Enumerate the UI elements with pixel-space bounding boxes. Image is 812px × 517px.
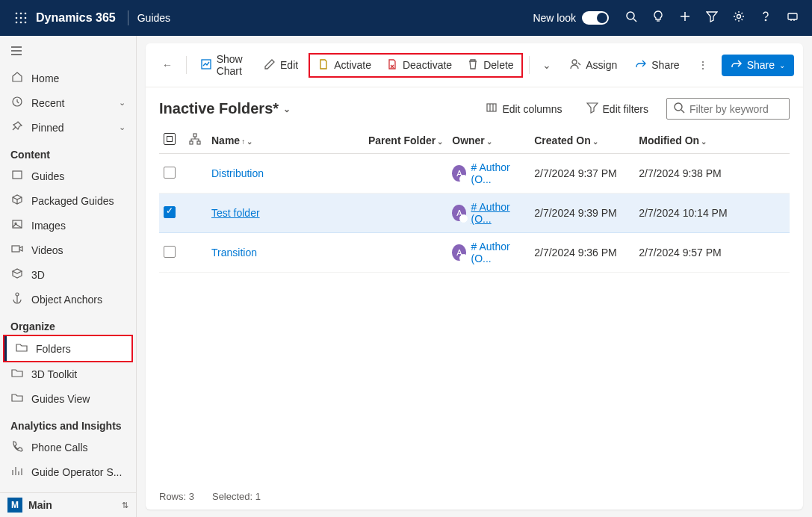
divider [128,10,128,25]
overflow-button[interactable]: ⋮ [690,55,716,75]
nav-home[interactable]: Home [0,66,136,90]
svg-point-4 [20,17,22,19]
record-name-link[interactable]: Test folder [211,207,260,219]
table-row[interactable]: Test folderA# Author (O...2/7/2024 9:39 … [159,194,790,233]
view-selector[interactable]: Inactive Folders* ⌄ [159,100,291,117]
chevron-down-icon: ⌄ [283,104,291,114]
view-header: Inactive Folders* ⌄ Edit columns Edit fi… [146,87,803,127]
table-row[interactable]: TransitionA# Author (O...2/7/2024 9:36 P… [159,233,790,273]
record-name-link[interactable]: Distribution [211,167,264,179]
cube-icon [10,267,24,282]
nav-folders[interactable]: Folders [4,336,131,361]
search-icon[interactable] [618,10,645,25]
filter-icon[interactable] [698,10,725,25]
nav-label: Packaged Guides [31,195,114,207]
assign-button[interactable]: Assign [562,55,625,76]
columns-icon [486,102,498,116]
section-analytics: Analytics and Insights [0,411,136,435]
nav-packaged-guides[interactable]: Packaged Guides [0,188,136,213]
nav-guides[interactable]: Guides [0,164,136,188]
nav-phone-calls[interactable]: Phone Calls [0,435,136,459]
nav-videos[interactable]: Videos [0,238,136,262]
help-icon[interactable] [752,10,779,25]
lightbulb-icon[interactable] [645,10,672,25]
global-top-bar: Dynamics 365 Guides New look [0,0,812,36]
nav-3d-toolkit[interactable]: 3D Toolkit [0,362,136,386]
svg-line-10 [633,19,636,22]
col-name[interactable]: Name↑⌄ [207,127,364,154]
svg-rect-24 [12,246,19,252]
row-checkbox[interactable] [164,246,176,258]
command-bar: ← Show Chart Edit Activate Deactivate De… [146,43,803,87]
col-created[interactable]: Created On⌄ [530,127,634,154]
col-owner[interactable]: Owner⌄ [447,127,530,154]
edit-button[interactable]: Edit [256,55,306,76]
svg-point-6 [16,22,18,24]
show-chart-button[interactable]: Show Chart [193,49,253,81]
nav-recent[interactable]: Recent ⌄ [0,90,136,115]
svg-point-14 [737,15,741,19]
nav-pinned[interactable]: Pinned ⌄ [0,115,136,140]
select-all-checkbox[interactable] [164,133,176,145]
deactivate-button[interactable]: Deactivate [379,55,459,76]
activate-button[interactable]: Activate [310,55,379,76]
person-icon [569,58,581,72]
col-parent[interactable]: Parent Folder⌄ [364,127,447,154]
chevron-down-icon: ⌄ [486,137,492,146]
pencil-icon [264,58,276,72]
delete-button[interactable]: Delete [459,55,521,76]
hierarchy-icon[interactable] [189,135,201,147]
section-content: Content [0,140,136,164]
nav-label: Folders [36,343,71,355]
pin-icon [10,120,24,134]
grid-footer: Rows: 3 Selected: 1 [146,483,803,510]
chart-icon [200,58,212,72]
svg-point-8 [25,22,27,24]
nav-object-anchors[interactable]: Object Anchors [0,287,136,312]
filter-input[interactable] [689,103,783,115]
keyword-filter[interactable] [666,98,790,120]
chevron-down-icon: ⌄ [779,61,785,69]
image-icon [10,218,24,232]
app-launcher-icon[interactable] [6,12,36,24]
nav-guides-view[interactable]: Guides View [0,386,136,411]
chevron-down-icon: ⌄ [119,123,125,132]
record-name-link[interactable]: Transition [211,247,257,258]
col-modified[interactable]: Modified On⌄ [634,127,790,154]
toggle-icon[interactable] [582,11,609,25]
nav-images[interactable]: Images [0,213,136,238]
sort-asc-icon: ↑ [241,137,245,146]
owner-link[interactable]: # Author (O... [471,201,525,225]
gear-icon[interactable] [725,10,752,25]
nav-label: Guide Operator S... [31,466,122,478]
area-picker[interactable]: M Main ⇅ [0,492,136,517]
label: Edit filters [603,103,648,115]
table-row[interactable]: DistributionA# Author (O...2/7/2024 9:37… [159,154,790,194]
svg-rect-35 [197,141,200,144]
nav-guide-operator[interactable]: Guide Operator S... [0,459,136,484]
back-button[interactable]: ← [155,55,180,75]
chevron-down-button[interactable]: ⌄ [535,55,559,75]
chevron-down-icon: ⌄ [701,137,707,146]
hamburger-icon[interactable] [0,42,136,66]
share-button[interactable]: Share [627,55,687,76]
nav-label: Recent [31,97,64,109]
new-look-toggle[interactable]: New look [533,11,609,25]
sidebar: Home Recent ⌄ Pinned ⌄ Content Guides Pa… [0,36,137,517]
sheet-icon [317,58,329,72]
share-primary-button[interactable]: Share⌄ [722,55,794,76]
row-checkbox[interactable] [164,206,176,218]
edit-filters-button[interactable]: Edit filters [580,98,654,120]
nav-3d[interactable]: 3D [0,262,136,287]
edit-columns-button[interactable]: Edit columns [480,98,568,120]
svg-rect-33 [193,134,196,137]
svg-rect-28 [487,104,496,111]
avatar: A [452,165,466,182]
add-icon[interactable] [672,10,698,25]
owner-link[interactable]: # Author (O... [471,241,525,264]
svg-point-9 [627,12,634,19]
row-checkbox[interactable] [164,167,176,179]
assistant-icon[interactable] [779,10,806,25]
chevron-down-icon: ⌄ [247,137,252,146]
owner-link[interactable]: # Author (O... [471,161,525,185]
